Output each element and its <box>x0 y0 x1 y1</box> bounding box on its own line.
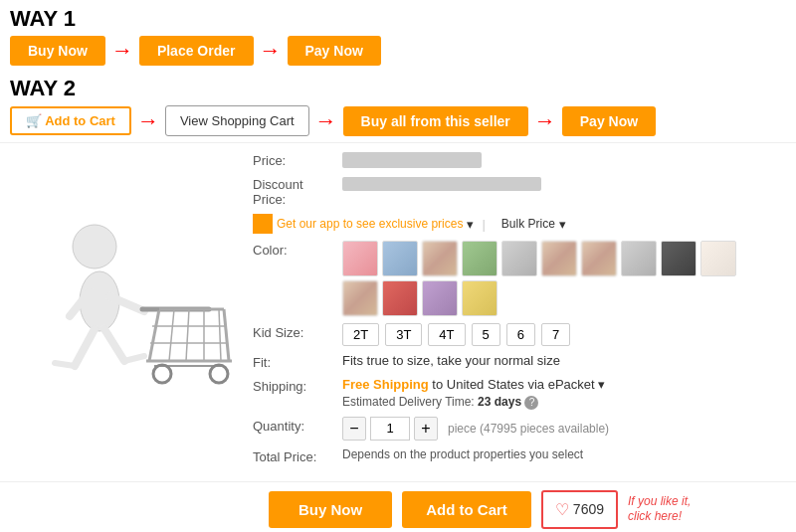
total-price-row: Total Price: Depends on the product prop… <box>253 447 786 464</box>
size-4t[interactable]: 4T <box>428 323 465 346</box>
quantity-note: piece (47995 pieces available) <box>448 422 609 436</box>
fit-row: Fit: Fits true to size, take your normal… <box>253 353 786 370</box>
way1-arrow1: → <box>111 38 133 64</box>
way1-arrow2: → <box>260 38 282 64</box>
quantity-value: − + piece (47995 pieces available) <box>342 417 786 441</box>
quantity-input[interactable] <box>370 417 410 441</box>
cart-svg <box>15 202 234 421</box>
fit-value: Fits true to size, take your normal size <box>342 353 786 368</box>
quantity-plus-button[interactable]: + <box>414 417 438 441</box>
kid-size-row: Kid Size: 2T 3T 4T 5 6 7 <box>253 323 786 346</box>
size-7[interactable]: 7 <box>541 323 570 346</box>
swatch-5[interactable] <box>501 241 537 276</box>
svg-line-16 <box>219 309 221 361</box>
shipping-destination: United States <box>447 377 524 392</box>
app-promo-row: Get our app to see exclusive prices ▾ | … <box>253 214 786 234</box>
way2-arrow3: → <box>534 108 556 134</box>
delivery-days: 23 days <box>478 395 521 409</box>
discount-price-blurred <box>342 177 541 191</box>
svg-line-7 <box>124 356 144 361</box>
product-image-area <box>10 151 239 471</box>
way2-section: WAY 2 🛒 Add to Cart → View Shopping Cart… <box>0 70 796 140</box>
swatch-11[interactable] <box>342 280 378 316</box>
way1-place-order-button[interactable]: Place Order <box>139 36 254 66</box>
product-image <box>15 202 234 421</box>
bulk-price-link[interactable]: Bulk Price <box>501 217 555 231</box>
heart-icon: ♡ <box>555 500 569 519</box>
size-2t[interactable]: 2T <box>342 323 379 346</box>
promo-dropdown-icon[interactable]: ▾ <box>467 217 474 232</box>
bottom-action-bar: Buy Now Add to Cart ♡ 7609 If you like i… <box>0 481 796 532</box>
main-content: Price: DiscountPrice: Get our app to see… <box>0 145 796 477</box>
size-6[interactable]: 6 <box>506 323 535 346</box>
wishlist-button[interactable]: ♡ 7609 <box>541 490 618 529</box>
swatch-13[interactable] <box>422 280 458 316</box>
size-options: 2T 3T 4T 5 6 7 <box>342 323 786 346</box>
divider <box>0 142 796 143</box>
cart-icon: 🛒 <box>26 113 42 128</box>
svg-line-13 <box>169 309 174 361</box>
swatch-8[interactable] <box>621 241 657 276</box>
app-promo-text[interactable]: Get our app to see exclusive prices <box>277 217 463 231</box>
svg-line-14 <box>186 309 189 361</box>
way2-flow: 🛒 Add to Cart → View Shopping Cart → Buy… <box>10 105 786 136</box>
shipping-label: Shipping: <box>253 377 342 394</box>
delivery-label: Estimated Delivery Time: <box>342 395 475 409</box>
way2-pay-now-button[interactable]: Pay Now <box>562 106 656 136</box>
swatch-2[interactable] <box>382 241 418 276</box>
svg-point-0 <box>73 225 116 268</box>
way2-view-cart-button[interactable]: View Shopping Cart <box>165 105 309 136</box>
shipping-value: Free Shipping to United States via ePack… <box>342 377 786 410</box>
svg-line-10 <box>149 309 159 361</box>
way1-buy-now-button[interactable]: Buy Now <box>10 36 105 66</box>
way2-arrow2: → <box>315 108 337 134</box>
price-label: Price: <box>253 151 342 168</box>
price-blurred <box>342 152 482 168</box>
fit-label: Fit: <box>253 353 342 370</box>
quantity-control: − + piece (47995 pieces available) <box>342 417 786 441</box>
swatch-12[interactable] <box>382 280 418 316</box>
wishlist-count: 7609 <box>573 501 604 517</box>
buy-now-button[interactable]: Buy Now <box>269 491 392 528</box>
color-swatches <box>342 241 786 316</box>
svg-line-5 <box>104 329 124 361</box>
discount-label: DiscountPrice: <box>253 175 342 207</box>
way2-buy-all-button[interactable]: Buy all from this seller <box>343 106 528 136</box>
way2-add-to-cart-button[interactable]: 🛒 Add to Cart <box>10 106 131 135</box>
add-to-cart-button[interactable]: Add to Cart <box>402 491 531 528</box>
swatch-7[interactable] <box>581 241 617 276</box>
discount-price-row: DiscountPrice: <box>253 175 786 207</box>
swatch-9[interactable] <box>661 241 696 276</box>
shipping-to-text: to <box>432 377 446 392</box>
swatch-6[interactable] <box>541 241 577 276</box>
swatch-10[interactable] <box>700 241 736 276</box>
svg-point-20 <box>153 365 171 383</box>
total-price-value: Depends on the product properties you se… <box>342 447 786 461</box>
click-hint: If you like it,click here! <box>628 494 691 525</box>
swatch-3[interactable] <box>422 241 458 276</box>
product-details: Price: DiscountPrice: Get our app to see… <box>253 151 786 471</box>
shipping-dropdown-icon[interactable]: ▾ <box>598 377 605 392</box>
help-icon[interactable]: ? <box>524 396 538 410</box>
shipping-free-text: Free Shipping <box>342 377 429 392</box>
bulk-price-dropdown[interactable]: ▾ <box>559 217 566 232</box>
size-3t[interactable]: 3T <box>385 323 422 346</box>
size-5[interactable]: 5 <box>472 323 500 346</box>
swatch-grid <box>342 241 760 316</box>
discount-value <box>342 175 786 191</box>
quantity-label: Quantity: <box>253 417 342 434</box>
svg-line-4 <box>75 329 95 366</box>
swatch-14[interactable] <box>462 280 498 316</box>
quantity-minus-button[interactable]: − <box>342 417 366 441</box>
delivery-info: Estimated Delivery Time: 23 days ? <box>342 395 786 410</box>
shipping-row: Shipping: Free Shipping to United States… <box>253 377 786 410</box>
swatch-4[interactable] <box>462 241 498 276</box>
swatch-1[interactable] <box>342 241 378 276</box>
way1-pay-now-button[interactable]: Pay Now <box>288 36 381 66</box>
way2-arrow1: → <box>137 108 159 134</box>
way2-title: WAY 2 <box>10 76 786 101</box>
size-buttons: 2T 3T 4T 5 6 7 <box>342 323 786 346</box>
qr-icon <box>253 214 273 234</box>
way1-title: WAY 1 <box>10 6 786 32</box>
way2-add-cart-label: Add to Cart <box>45 113 115 128</box>
